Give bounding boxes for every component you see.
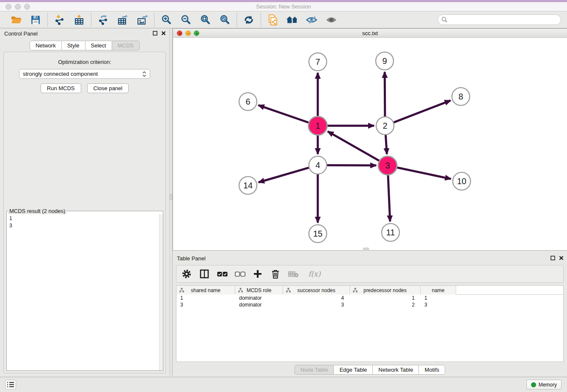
node-label: 7 <box>315 57 320 66</box>
graph-node-1[interactable]: 1 <box>308 116 327 135</box>
network-graph: 7968124314101511 <box>173 38 567 250</box>
tree-icon <box>353 288 358 293</box>
import-table-icon[interactable] <box>73 14 85 26</box>
run-mcds-button[interactable]: Run MCDS <box>41 83 81 93</box>
close-table-panel-icon[interactable] <box>559 256 564 260</box>
close-panel-button[interactable]: Close panel <box>87 83 129 93</box>
delete-column-icon[interactable] <box>270 268 281 280</box>
tab-mcds[interactable]: MCDS <box>112 41 140 50</box>
task-history-button[interactable] <box>5 380 16 389</box>
graph-node-14[interactable]: 14 <box>239 177 257 194</box>
graph-node-8[interactable]: 8 <box>452 88 470 105</box>
graph-node-7[interactable]: 7 <box>309 53 327 71</box>
column-header-shared-name[interactable]: shared name <box>176 286 235 295</box>
close-panel-icon[interactable] <box>161 31 166 36</box>
open-file-icon[interactable] <box>10 14 22 26</box>
graph-edge-4-14[interactable] <box>259 168 309 182</box>
node-label: 9 <box>382 56 387 66</box>
apply-layout-icon[interactable] <box>242 14 255 26</box>
zoom-out-icon[interactable] <box>179 14 192 26</box>
vertical-splitter[interactable] <box>169 28 173 376</box>
graph-edge-3-11[interactable] <box>388 175 390 221</box>
column-selector-icon[interactable] <box>198 268 210 280</box>
graph-node-11[interactable]: 11 <box>382 224 399 241</box>
table-cell[interactable]: 3 <box>176 301 235 308</box>
deselect-all-icon[interactable] <box>234 268 246 280</box>
node-label: 11 <box>386 228 395 237</box>
export-table-icon[interactable] <box>116 14 129 26</box>
column-header-name[interactable]: name <box>421 286 456 295</box>
export-network-icon[interactable] <box>97 14 110 26</box>
graph-edge-3-10[interactable] <box>397 168 451 179</box>
home-icon[interactable] <box>286 14 299 26</box>
horizontal-splitter-handle[interactable] <box>363 248 369 251</box>
zoom-fit-icon[interactable] <box>199 14 212 26</box>
show-all-icon[interactable] <box>325 14 338 26</box>
save-icon[interactable] <box>29 14 42 26</box>
tab-select[interactable]: Select <box>85 41 112 50</box>
table-cell[interactable]: 1 <box>176 295 235 301</box>
zoom-in-icon[interactable] <box>160 14 173 26</box>
table-cell[interactable]: 3 <box>421 301 456 308</box>
table-panel-tabs: Node TableEdge TableNetwork TableMotifs <box>173 365 567 375</box>
graph-edge-2-3[interactable] <box>385 135 387 154</box>
column-header-MCDS-role[interactable]: MCDS role <box>235 286 283 295</box>
tab-network[interactable]: Network <box>30 41 62 50</box>
table-cell[interactable]: dominator <box>235 301 283 308</box>
tab-motifs[interactable]: Motifs <box>419 365 445 375</box>
gear-icon[interactable] <box>181 268 193 280</box>
memory-button[interactable]: Memory <box>526 380 561 389</box>
table-cell[interactable]: 2 <box>350 301 421 308</box>
vertical-splitter-handle[interactable] <box>170 194 172 200</box>
graph-edge-4-3[interactable] <box>327 165 376 166</box>
hide-selected-icon[interactable] <box>306 14 318 26</box>
network-canvas[interactable]: 7968124314101511 <box>173 38 567 250</box>
select-all-icon[interactable] <box>216 268 228 280</box>
node-label: 15 <box>313 229 322 238</box>
tab-style[interactable]: Style <box>62 41 85 50</box>
graph-edge-2-8[interactable] <box>394 100 451 122</box>
node-label: 1 <box>315 121 320 130</box>
table-cell[interactable]: 1 <box>421 295 456 301</box>
graph-node-4[interactable]: 4 <box>309 156 327 174</box>
node-label: 6 <box>245 97 250 106</box>
tab-edge-table[interactable]: Edge Table <box>334 365 373 375</box>
zoom-selected-icon[interactable] <box>218 14 231 26</box>
table-row[interactable]: 3dominator323 <box>176 301 563 308</box>
float-table-panel-icon[interactable] <box>550 256 555 260</box>
table-cell[interactable]: dominator <box>235 295 283 301</box>
network-window-title: scc.txt <box>173 30 567 36</box>
tree-icon <box>286 288 291 293</box>
table-cell[interactable]: 3 <box>283 301 350 308</box>
network-from-clipboard-icon[interactable] <box>267 14 279 26</box>
import-network-icon[interactable] <box>53 14 66 26</box>
delete-table-icon[interactable] <box>287 268 299 280</box>
graph-node-3[interactable]: 3 <box>378 156 397 175</box>
add-column-icon[interactable] <box>252 268 264 280</box>
result-scrollbar[interactable] <box>159 214 163 370</box>
tree-icon <box>179 288 184 293</box>
export-image-icon[interactable] <box>136 14 149 26</box>
graph-node-15[interactable]: 15 <box>309 225 327 243</box>
graph-node-10[interactable]: 10 <box>453 172 471 190</box>
tab-network-table[interactable]: Network Table <box>373 365 419 375</box>
graph-node-9[interactable]: 9 <box>376 52 394 70</box>
tab-node-table[interactable]: Node Table <box>295 365 334 375</box>
graph-node-6[interactable]: 6 <box>239 93 257 110</box>
table-panel: Table Panel <box>173 253 567 376</box>
column-header-predecessor-nodes[interactable]: predecessor nodes <box>350 286 421 295</box>
tree-icon <box>238 288 243 293</box>
search-input[interactable] <box>438 14 561 25</box>
graph-edge-3-1[interactable] <box>328 131 379 160</box>
table-cell[interactable]: 4 <box>283 295 350 301</box>
graph-node-2[interactable]: 2 <box>376 117 394 135</box>
graph-edge-2-9[interactable] <box>385 72 385 116</box>
function-builder-icon[interactable]: f(x) <box>305 268 324 280</box>
network-window-titlebar[interactable]: scc.txt <box>173 29 567 38</box>
column-header-successor-nodes[interactable]: successor nodes <box>283 286 350 295</box>
table-cell[interactable]: 1 <box>350 295 421 301</box>
table-row[interactable]: 1dominator411 <box>176 295 563 301</box>
optimization-criterion-select[interactable]: strongly connected component <box>19 69 150 79</box>
graph-edge-1-6[interactable] <box>259 105 309 122</box>
float-panel-icon[interactable] <box>153 31 157 36</box>
